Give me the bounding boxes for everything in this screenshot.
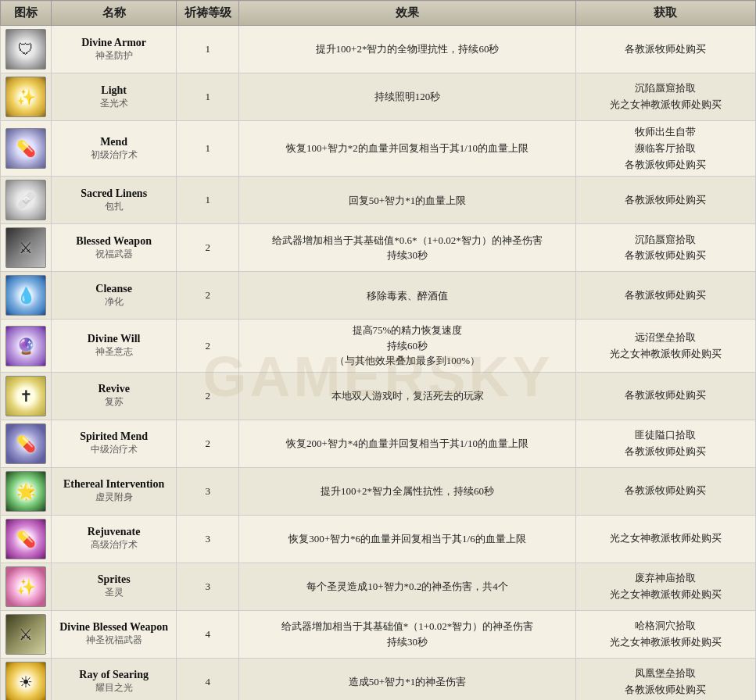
cell-effect: 回复50+智力*1的血量上限 <box>239 177 575 224</box>
cell-effect: 提升100+2*智力全属性抗性，持续60秒 <box>239 467 575 515</box>
obtain-text: 各教派牧师处购买 <box>581 41 751 58</box>
cell-icon: ✨ <box>1 562 52 610</box>
main-container: GAMERSKY 图标 名称 祈祷等级 效果 获取 🛡Divine Armor神… <box>0 0 756 700</box>
effect-text: 本地双人游戏时，复活死去的玩家 <box>244 388 570 404</box>
cell-obtain: 远沼堡垒拾取光之女神教派牧师处购买 <box>575 320 755 373</box>
obtain-text: 匪徒隘口拾取各教派牧师处购买 <box>581 427 751 460</box>
item-name-en: Rejuvenate <box>56 526 171 538</box>
table-row: 🔮Divine Will神圣意志2提高75%的精力恢复速度持续60秒（与其他效果… <box>1 320 756 373</box>
cell-effect: 提升100+2*智力的全物理抗性，持续60秒 <box>239 26 575 73</box>
cell-name: Rejuvenate高级治疗术 <box>52 515 177 562</box>
table-row: 🛡Divine Armor神圣防护1提升100+2*智力的全物理抗性，持续60秒… <box>1 26 756 73</box>
cell-name: Ray of Searing耀目之光 <box>52 658 177 700</box>
cell-name: Light圣光术 <box>52 73 177 121</box>
cell-icon: 🌟 <box>1 467 52 515</box>
obtain-text: 哈格洞穴拾取光之女神教派牧师处购买 <box>581 618 751 651</box>
cell-name: Sprites圣灵 <box>52 562 177 610</box>
effect-text: 提高75%的精力恢复速度持续60秒（与其他效果叠加最多到100%） <box>244 323 570 369</box>
cell-obtain: 各教派牧师处购买 <box>575 372 755 420</box>
item-name-en: Ethereal Intervention <box>56 478 171 491</box>
cell-effect: 恢复100+智力*2的血量并回复相当于其1/10的血量上限 <box>239 121 575 177</box>
icon-inner: ✝ <box>9 379 43 413</box>
effect-text: 移除毒素、醉酒值 <box>244 288 570 304</box>
obtain-text: 凤凰堡垒拾取各教派牧师处购买 <box>581 666 751 698</box>
item-name-en: Sprites <box>56 573 171 586</box>
item-name-en: Light <box>56 84 171 97</box>
cell-icon: ✨ <box>1 73 52 121</box>
item-name-en: Sacred Linens <box>56 188 171 200</box>
cell-icon: 💧 <box>1 272 52 320</box>
header-level: 祈祷等级 <box>177 1 239 26</box>
table-row: ✝Revive复苏2本地双人游戏时，复活死去的玩家各教派牧师处购买 <box>1 372 756 420</box>
item-name-zh: 神圣祝福武器 <box>56 634 171 647</box>
item-icon: 🔮 <box>5 326 46 366</box>
effect-text: 给武器增加相当于其基础值*0.6*（1+0.02*智力）的神圣伤害持续30秒 <box>244 233 570 263</box>
obtain-text: 沉陷蜃窟拾取各教派牧师处购买 <box>581 232 751 265</box>
cell-effect: 给武器增加相当于其基础值*（1+0.02*智力）的神圣伤害持续30秒 <box>239 610 575 658</box>
item-name-zh: 高级治疗术 <box>56 538 171 552</box>
item-name-en: Blessed Weapon <box>56 235 171 248</box>
cell-name: Divine Will神圣意志 <box>52 320 177 373</box>
obtain-text: 沉陷蜃窟拾取光之女神教派牧师处购买 <box>581 80 751 113</box>
effect-text: 提升100+2*智力的全物理抗性，持续60秒 <box>244 41 570 57</box>
cell-name: Divine Armor神圣防护 <box>52 26 177 73</box>
item-name-zh: 耀目之光 <box>56 681 171 695</box>
item-icon: 💊 <box>5 128 46 169</box>
cell-name: Mend初级治疗术 <box>52 121 177 177</box>
cell-effect: 提高75%的精力恢复速度持续60秒（与其他效果叠加最多到100%） <box>239 320 575 373</box>
cell-name: Ethereal Intervention虚灵附身 <box>52 467 177 515</box>
item-icon: ✨ <box>5 77 46 117</box>
cell-icon: ☀ <box>1 658 52 700</box>
cell-icon: ⚔ <box>1 224 52 272</box>
obtain-text: 远沼堡垒拾取光之女神教派牧师处购买 <box>581 330 751 362</box>
cell-name: Divine Blessed Weapon神圣祝福武器 <box>52 610 177 658</box>
obtain-text: 光之女神教派牧师处购买 <box>581 530 751 547</box>
item-name-zh: 中级治疗术 <box>56 443 171 456</box>
cell-name: Revive复苏 <box>52 372 177 420</box>
cell-level: 2 <box>177 372 239 420</box>
item-name-en: Spirited Mend <box>56 430 171 443</box>
effect-text: 给武器增加相当于其基础值*（1+0.02*智力）的神圣伤害持续30秒 <box>244 619 570 649</box>
icon-inner: ⚔ <box>9 617 43 652</box>
cell-effect: 恢复200+智力*4的血量并回复相当于其1/10的血量上限 <box>239 420 575 467</box>
icon-inner: ✨ <box>9 570 43 604</box>
cell-level: 2 <box>177 224 239 272</box>
cell-level: 4 <box>177 610 239 658</box>
effect-text: 提升100+2*智力全属性抗性，持续60秒 <box>244 484 570 499</box>
item-name-en: Divine Will <box>56 333 171 345</box>
cell-level: 4 <box>177 658 239 700</box>
obtain-text: 牧师出生自带濒临客厅拾取各教派牧师处购买 <box>581 124 751 173</box>
header-name: 名称 <box>52 1 177 26</box>
cell-effect: 每个圣灵造成10+智力*0.2的神圣伤害，共4个 <box>239 562 575 610</box>
effect-text: 造成50+智力*1的神圣伤害 <box>244 674 570 690</box>
cell-effect: 本地双人游戏时，复活死去的玩家 <box>239 372 575 420</box>
cell-name: Spirited Mend中级治疗术 <box>52 420 177 467</box>
cell-name: Sacred Linens包扎 <box>52 177 177 224</box>
effect-text: 回复50+智力*1的血量上限 <box>244 193 570 209</box>
item-icon: 💊 <box>5 519 46 559</box>
item-icon: ☀ <box>5 662 46 700</box>
cell-level: 1 <box>177 121 239 177</box>
icon-inner: 🛡 <box>9 32 43 66</box>
cell-obtain: 牧师出生自带濒临客厅拾取各教派牧师处购买 <box>575 121 755 177</box>
obtain-text: 各教派牧师处购买 <box>581 483 751 499</box>
icon-inner: 🔮 <box>9 329 43 363</box>
icon-inner: ☀ <box>9 665 43 699</box>
item-name-en: Divine Armor <box>56 37 171 49</box>
item-name-en: Divine Blessed Weapon <box>56 621 171 634</box>
cell-level: 2 <box>177 420 239 467</box>
item-name-zh: 虚灵附身 <box>56 491 171 504</box>
icon-inner: 🌟 <box>9 474 43 509</box>
item-icon: ✝ <box>5 376 46 416</box>
cell-level: 2 <box>177 272 239 320</box>
table-header: 图标 名称 祈祷等级 效果 获取 <box>1 1 756 26</box>
table-row: 💧Cleanse净化2移除毒素、醉酒值各教派牧师处购买 <box>1 272 756 320</box>
cell-obtain: 沉陷蜃窟拾取光之女神教派牧师处购买 <box>575 73 755 121</box>
effect-text: 恢复300+智力*6的血量并回复相当于其1/6的血量上限 <box>244 531 570 547</box>
table-row: 💊Mend初级治疗术1恢复100+智力*2的血量并回复相当于其1/10的血量上限… <box>1 121 756 177</box>
cell-obtain: 各教派牧师处购买 <box>575 272 755 320</box>
item-icon: ⚔ <box>5 614 46 655</box>
effect-text: 恢复200+智力*4的血量并回复相当于其1/10的血量上限 <box>244 436 570 452</box>
cell-name: Blessed Weapon祝福武器 <box>52 224 177 272</box>
table-row: 💊Spirited Mend中级治疗术2恢复200+智力*4的血量并回复相当于其… <box>1 420 756 467</box>
